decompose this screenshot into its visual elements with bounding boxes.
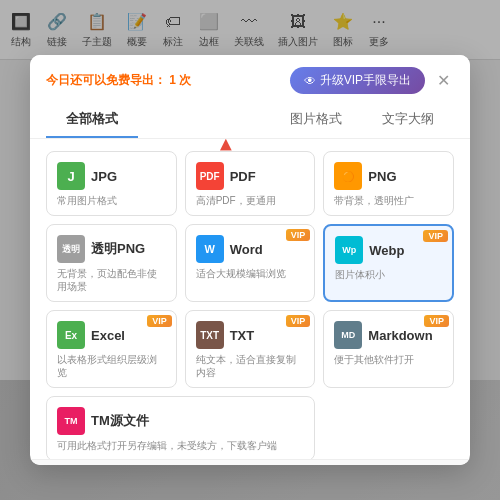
tab-image-formats-label: 图片格式 — [290, 111, 342, 126]
png-icon: 🟠 — [334, 162, 362, 190]
tm-icon: TM — [57, 407, 85, 435]
format-txt-desc: 纯文本，适合直接复制内容 — [196, 353, 305, 379]
modal-header-top: 今日还可以免费导出： 1 次 👁 升级VIP手限导出 ✕ — [46, 67, 454, 94]
excel-vip-badge: VIP — [147, 315, 172, 327]
format-txt[interactable]: TXT TXT 纯文本，适合直接复制内容 VIP — [185, 310, 316, 388]
excel-icon: Ex — [57, 321, 85, 349]
modal-body: J JPG 常用图片格式 PDF PDF 高清PDF，更通用 ▼ — [30, 139, 470, 459]
eye-icon: 👁 — [304, 74, 316, 88]
format-excel[interactable]: Ex Excel 以表格形式组织层级浏览 VIP — [46, 310, 177, 388]
tab-all-formats[interactable]: 全部格式 — [46, 102, 138, 138]
format-markdown[interactable]: MD Markdown 便于其他软件打开 VIP — [323, 310, 454, 388]
format-jpg-desc: 常用图片格式 — [57, 194, 166, 207]
format-webp-desc: 图片体积小 — [335, 268, 442, 281]
tab-all-formats-label: 全部格式 — [66, 111, 118, 126]
format-pdf-name: PDF — [230, 169, 256, 184]
format-excel-desc: 以表格形式组织层级浏览 — [57, 353, 166, 379]
format-pdf[interactable]: PDF PDF 高清PDF，更通用 ▼ — [185, 151, 316, 216]
format-tpng-header: 透明 透明PNG — [57, 235, 166, 263]
format-tm-desc: 可用此格式打开另存编辑，未受续方，下载客户端 — [57, 439, 304, 452]
modal-header: 今日还可以免费导出： 1 次 👁 升级VIP手限导出 ✕ 全部格式 图片格式 — [30, 55, 470, 139]
format-png-name: PNG — [368, 169, 396, 184]
tab-text-outline-label: 文字大纲 — [382, 111, 434, 126]
txt-icon: TXT — [196, 321, 224, 349]
modal-overlay[interactable]: 今日还可以免费导出： 1 次 👁 升级VIP手限导出 ✕ 全部格式 图片格式 — [0, 0, 500, 500]
format-pdf-header: PDF PDF — [196, 162, 305, 190]
format-tpng-name: 透明PNG — [91, 240, 145, 258]
format-webp-name: Webp — [369, 243, 404, 258]
format-tm-name: TM源文件 — [91, 412, 149, 430]
jpg-icon: J — [57, 162, 85, 190]
format-tm-header: TM TM源文件 — [57, 407, 304, 435]
markdown-icon: MD — [334, 321, 362, 349]
modal-tabs: 全部格式 图片格式 文字大纲 — [46, 102, 454, 138]
format-excel-name: Excel — [91, 328, 125, 343]
txt-vip-badge: VIP — [286, 315, 311, 327]
format-word-desc: 适合大规模编辑浏览 — [196, 267, 305, 280]
format-jpg-header: J JPG — [57, 162, 166, 190]
tab-text-outline[interactable]: 文字大纲 — [362, 102, 454, 138]
free-export-text: 今日还可以免费导出： 1 次 — [46, 72, 191, 89]
word-icon: W — [196, 235, 224, 263]
arrow-pdf: ▼ — [216, 139, 236, 157]
format-pdf-desc: 高清PDF，更通用 — [196, 194, 305, 207]
export-modal: 今日还可以免费导出： 1 次 👁 升级VIP手限导出 ✕ 全部格式 图片格式 — [30, 55, 470, 465]
format-webp[interactable]: Wp Webp 图片体积小 VIP — [323, 224, 454, 302]
webp-icon: Wp — [335, 236, 363, 264]
pdf-icon: PDF — [196, 162, 224, 190]
format-png-header: 🟠 PNG — [334, 162, 443, 190]
markdown-vip-badge: VIP — [424, 315, 449, 327]
modal-close-button[interactable]: ✕ — [433, 71, 454, 90]
tab-image-formats[interactable]: 图片格式 — [270, 102, 362, 138]
format-grid: J JPG 常用图片格式 PDF PDF 高清PDF，更通用 ▼ — [46, 151, 454, 459]
format-jpg[interactable]: J JPG 常用图片格式 — [46, 151, 177, 216]
tpng-icon: 透明 — [57, 235, 85, 263]
format-jpg-name: JPG — [91, 169, 117, 184]
webp-vip-badge: VIP — [423, 230, 448, 242]
word-vip-badge: VIP — [286, 229, 311, 241]
format-transparent-png[interactable]: 透明 透明PNG 无背景，页边配色非使用场景 — [46, 224, 177, 302]
format-markdown-name: Markdown — [368, 328, 432, 343]
format-png[interactable]: 🟠 PNG 带背景，透明性广 — [323, 151, 454, 216]
format-txt-name: TXT — [230, 328, 255, 343]
vip-upgrade-label: 升级VIP手限导出 — [320, 72, 411, 89]
format-tm[interactable]: TM TM源文件 可用此格式打开另存编辑，未受续方，下载客户端 ▼ — [46, 396, 315, 459]
format-markdown-desc: 便于其他软件打开 — [334, 353, 443, 366]
free-export-count: 1 次 — [169, 73, 191, 87]
format-png-desc: 带背景，透明性广 — [334, 194, 443, 207]
free-export-label: 今日还可以免费导出： — [46, 73, 166, 87]
format-word-name: Word — [230, 242, 263, 257]
format-tpng-desc: 无背景，页边配色非使用场景 — [57, 267, 166, 293]
resolution-bar: 清晰度： 标清：72dpi（适合浏览览） 超清：300dpi（适合打印） — [30, 459, 470, 465]
vip-upgrade-button[interactable]: 👁 升级VIP手限导出 — [290, 67, 425, 94]
format-word[interactable]: W Word 适合大规模编辑浏览 VIP — [185, 224, 316, 302]
